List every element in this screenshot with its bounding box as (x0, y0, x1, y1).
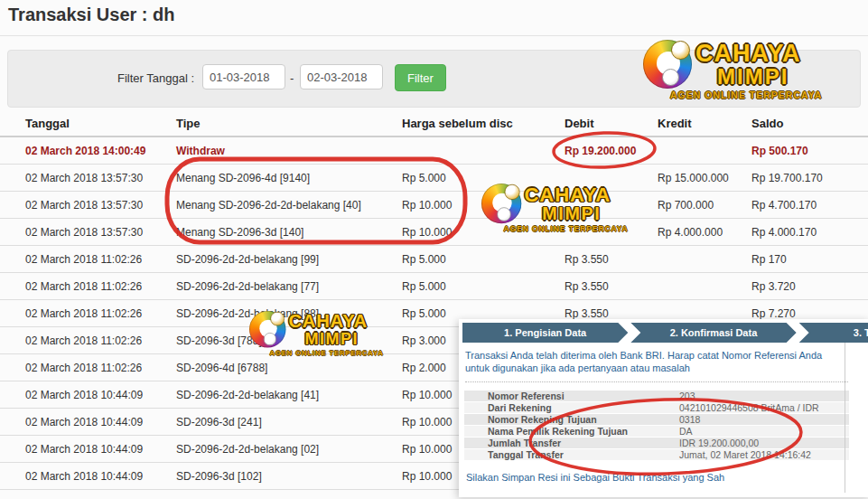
cell-kredit: Rp 4.000.000 (658, 219, 751, 246)
receipt-field-value: DA (679, 426, 849, 437)
cell-tanggal: 02 March 2018 11:02:26 (0, 354, 176, 381)
title-divider (0, 35, 868, 36)
receipt-field-value: Jumat, 02 Maret 2018 14:16:42 (679, 449, 849, 460)
table-row: 02 March 2018 13:57:30 Menang SD-2096-2d… (0, 192, 868, 219)
cell-harga: Rp 5.000 (402, 246, 565, 273)
cell-tanggal: 02 March 2018 13:57:30 (0, 165, 176, 192)
cell-tipe: SD-2096-3d [102] (176, 463, 402, 490)
cell-tanggal: 02 March 2018 10:44:09 (0, 381, 176, 409)
cell-tanggal: 02 March 2018 10:44:09 (0, 490, 176, 499)
receipt-notice: Transaksi Anda telah diterima oleh Bank … (465, 349, 848, 382)
lottery-balls-icon (249, 311, 286, 348)
cell-debit: Rp 3.550 (565, 273, 658, 300)
date-to-input[interactable] (300, 64, 383, 89)
cell-kredit (658, 246, 751, 273)
cell-tipe: Menang SD-2096-2d-2d-belakang [40] (176, 192, 402, 219)
wizard-step-3: 3. Transaksi (799, 323, 868, 343)
receipt-field-label: Dari Rekening (464, 402, 679, 413)
cell-kredit: Rp 15.000.000 (658, 165, 751, 192)
receipt-field-row: Nomor Referensi 203 (464, 391, 849, 401)
cell-tanggal: 02 March 2018 13:57:30 (0, 219, 176, 246)
cell-saldo: Rp 4.000.170 (751, 219, 868, 246)
receipt-field-label: Jumlah Transfer (464, 438, 679, 448)
brand-name-line2: MIMPI (542, 204, 611, 222)
cell-tanggal: 02 March 2018 10:44:09 (0, 436, 176, 463)
cell-debit: Rp 3.550 (565, 246, 658, 273)
cell-saldo: Rp 500.170 (751, 137, 868, 165)
receipt-field-value: IDR 19.200.000,00 (679, 438, 849, 448)
cell-tipe: SD-2096-2d-2d-belakang [02] (176, 436, 402, 463)
page-title: Transaksi User : dh (8, 5, 175, 25)
cell-tanggal: 02 March 2018 11:02:26 (0, 246, 176, 273)
column-header-harga: Harga sebelum disc (402, 111, 565, 137)
cell-tipe: Menang SD-2096-3d [140] (176, 219, 402, 246)
cell-kredit (658, 137, 751, 165)
receipt-field-value: 042101029446508 BritAma / IDR (679, 402, 849, 413)
brand-logo: CAHAYA MIMPI AGEN ONLINE TERPERCAYA (643, 40, 822, 100)
receipt-field-label: Nomor Rekening Tujuan (464, 414, 679, 425)
cell-saldo: Rp 19.700.170 (751, 165, 868, 192)
cell-kredit (658, 273, 751, 300)
table-row: 02 March 2018 14:00:49 Withdraw Rp 19.20… (0, 137, 868, 165)
cell-tanggal: 02 March 2018 10:44:09 (0, 463, 176, 490)
wizard-steps: 1. Pengisian Data 2. Konfirmasi Data 3. … (462, 323, 868, 343)
brand-watermark: CAHAYA MIMPI AGEN ONLINE TERPERCAYA (249, 311, 384, 356)
cell-tanggal: 02 March 2018 14:00:49 (0, 137, 176, 165)
column-header-tipe: Tipe (176, 111, 402, 137)
cell-tanggal: 02 March 2018 13:57:30 (0, 192, 176, 219)
wizard-step-1: 1. Pengisian Data (462, 323, 628, 343)
cell-tipe: SD-2096-4d [6788] (176, 354, 402, 381)
transaction-report-page: { "page": { "title": "Transaksi User : d… (0, 0, 868, 499)
receipt-field-row: Nama Pemilik Rekening Tujuan DA (464, 426, 849, 437)
date-from-input[interactable] (202, 64, 285, 89)
column-header-debit: Debit (565, 111, 658, 137)
filter-button[interactable]: Filter (395, 64, 446, 91)
receipt-field-row: Dari Rekening 042101029446508 BritAma / … (464, 402, 849, 413)
receipt-field-row: Jumlah Transfer IDR 19.200.000,00 (464, 438, 849, 448)
cell-tanggal: 02 March 2018 10:44:09 (0, 409, 176, 436)
bank-receipt-popup: 1. Pengisian Data 2. Konfirmasi Data 3. … (459, 319, 868, 497)
date-range-separator: - (290, 71, 294, 85)
lottery-balls-icon (481, 184, 521, 223)
receipt-field-label: Tanggal Transfer (464, 449, 679, 460)
column-header-saldo: Saldo (751, 111, 868, 137)
cell-kredit: Rp 700.000 (658, 192, 751, 219)
brand-tagline: AGEN ONLINE TERPERCAYA (504, 224, 629, 233)
cell-tanggal: 02 March 2018 11:02:26 (0, 327, 176, 354)
table-header-row: Tanggal Tipe Harga sebelum disc Debit Kr… (0, 111, 868, 137)
brand-watermark: CAHAYA MIMPI AGEN ONLINE TERPERCAYA (481, 184, 629, 233)
receipt-field-row: Nomor Rekening Tujuan 0318 (464, 414, 849, 425)
brand-name-line2: MIMPI (305, 330, 368, 346)
receipt-field-value: 0318 (679, 414, 849, 425)
receipt-field-label: Nomor Referensi (464, 391, 679, 401)
brand-tagline: AGEN ONLINE TERPERCAYA (670, 89, 822, 100)
cell-saldo: Rp 170 (751, 246, 868, 273)
brand-name-line1: CAHAYA (525, 184, 611, 204)
cell-saldo: Rp 3.720 (751, 273, 868, 300)
table-row: 02 March 2018 13:57:30 Menang SD-2096-4d… (0, 165, 868, 192)
cell-tipe: Menang SD-2096-4d [9140] (176, 165, 402, 192)
lottery-balls-icon (643, 40, 692, 89)
cell-tipe: SD-2096-2d-2d-belakang [99] (176, 246, 402, 273)
cell-tipe: SD-2096-2d-2d-belakang [41] (176, 381, 402, 409)
filter-date-label: Filter Tanggal : (54, 71, 194, 85)
column-header-tanggal: Tanggal (0, 111, 176, 137)
brand-name-line1: CAHAYA (695, 42, 801, 66)
receipt-field-row: Tanggal Transfer Jumat, 02 Maret 2018 14… (464, 449, 849, 460)
column-header-kredit: Kredit (658, 111, 751, 137)
cell-saldo: Rp 4.700.170 (751, 192, 868, 219)
cell-harga: Rp 5.000 (402, 273, 565, 300)
cell-tipe: Withdraw (176, 137, 402, 165)
table-row: 02 March 2018 11:02:26 SD-2096-2d-2d-bel… (0, 246, 868, 273)
cell-tipe: SD-2096-3d [241] (176, 409, 402, 436)
cell-debit: Rp 19.200.000 (565, 137, 658, 165)
table-row: 02 March 2018 13:57:30 Menang SD-2096-3d… (0, 219, 868, 246)
brand-name-line2: MIMPI (717, 66, 801, 88)
cell-tipe: SD-2096-4d [8102] (176, 490, 402, 499)
wizard-step-2: 2. Konfirmasi Data (630, 323, 796, 343)
cell-harga (402, 137, 565, 165)
receipt-frame-edge (845, 343, 845, 493)
receipt-field-value: 203 (679, 391, 849, 401)
receipt-details-table: Nomor Referensi 203 Dari Rekening 042101… (464, 390, 849, 461)
receipt-field-label: Nama Pemilik Rekening Tujuan (464, 426, 679, 437)
